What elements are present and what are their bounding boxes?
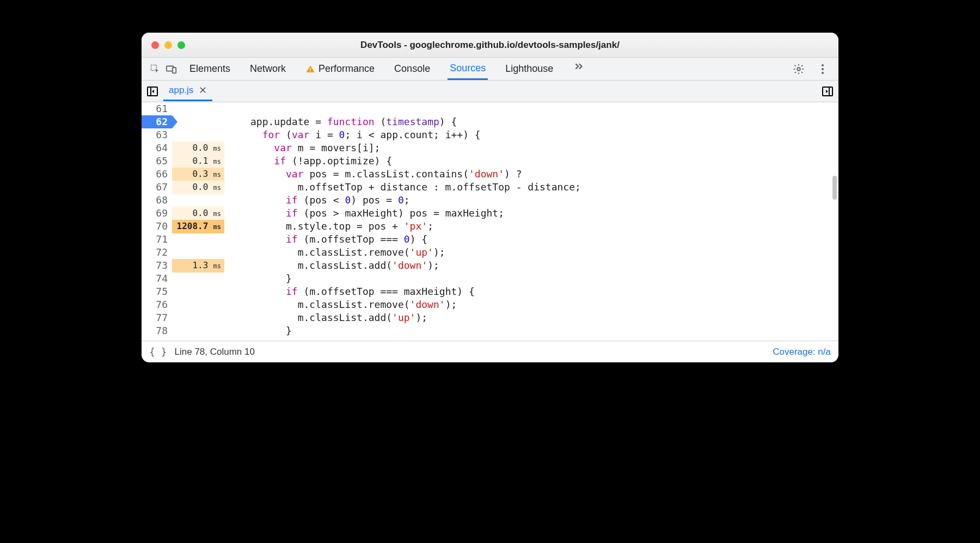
settings-icon[interactable]: [791, 61, 807, 77]
line-timing: 0.0 ms: [172, 181, 224, 194]
gutter-row[interactable]: 61: [142, 102, 229, 115]
code-line[interactable]: m.classList.remove('down');: [250, 298, 838, 311]
show-navigator-icon[interactable]: [147, 87, 158, 96]
close-icon[interactable]: ✕: [199, 84, 207, 96]
code-line[interactable]: m.style.top = pos + 'px';: [250, 220, 838, 233]
line-number[interactable]: 70: [142, 220, 172, 233]
tab-label: Sources: [450, 63, 486, 74]
line-number[interactable]: 65: [142, 155, 172, 168]
window-title: DevTools - googlechrome.github.io/devtoo…: [142, 40, 838, 51]
file-tab-appjs[interactable]: app.js ✕: [163, 81, 212, 101]
tab-performance[interactable]: Performance: [303, 58, 377, 80]
show-debugger-icon[interactable]: [822, 87, 833, 96]
line-number[interactable]: 76: [142, 298, 172, 311]
line-number[interactable]: 62: [142, 115, 172, 128]
gutter-row[interactable]: 670.0 ms: [142, 181, 229, 194]
line-number[interactable]: 75: [142, 285, 172, 298]
coverage-link[interactable]: Coverage: n/a: [773, 347, 831, 357]
tab-label: Network: [250, 63, 286, 75]
line-number[interactable]: 63: [142, 128, 172, 141]
gutter-row[interactable]: 660.3 ms: [142, 168, 229, 181]
line-number[interactable]: 66: [142, 168, 172, 181]
warning-icon: [305, 64, 315, 74]
code-line[interactable]: if (m.offsetTop === 0) {: [250, 233, 838, 246]
gutter-row[interactable]: 701208.7 ms: [142, 220, 229, 233]
code-line[interactable]: }: [250, 324, 838, 337]
close-window-button[interactable]: [151, 41, 159, 49]
line-timing: 1208.7 ms: [172, 220, 224, 233]
svg-point-5: [797, 67, 800, 71]
tab-label: Lighthouse: [505, 63, 553, 75]
line-timing: 0.0 ms: [172, 207, 224, 220]
device-toolbar-icon[interactable]: [163, 61, 180, 77]
titlebar: DevTools - googlechrome.github.io/devtoo…: [142, 33, 838, 58]
line-number[interactable]: 71: [142, 233, 172, 246]
line-number[interactable]: 74: [142, 272, 172, 285]
gutter-row[interactable]: 63: [142, 128, 229, 141]
inspect-element-icon[interactable]: [147, 61, 163, 77]
line-number[interactable]: 78: [142, 324, 172, 337]
svg-rect-2: [173, 67, 176, 73]
line-number[interactable]: 72: [142, 246, 172, 259]
gutter-row[interactable]: 72: [142, 246, 229, 259]
code-line[interactable]: if (m.offsetTop === maxHeight) {: [250, 285, 838, 298]
tab-sources[interactable]: Sources: [448, 58, 488, 80]
tab-label: Elements: [189, 63, 230, 75]
toolbar-right: [791, 61, 831, 77]
code-line[interactable]: if (pos < 0) pos = 0;: [250, 194, 838, 207]
code-line[interactable]: if (!app.optimize) {: [250, 155, 838, 168]
gutter-row[interactable]: 77: [142, 311, 229, 324]
gutter-row[interactable]: 76: [142, 298, 229, 311]
code-line[interactable]: var m = movers[i];: [250, 141, 838, 155]
svg-rect-3: [310, 67, 311, 70]
tab-elements[interactable]: Elements: [187, 58, 232, 80]
code-line[interactable]: for (var i = 0; i < app.count; i++) {: [250, 128, 838, 141]
code-line[interactable]: m.classList.add('up');: [250, 311, 838, 324]
line-number[interactable]: 61: [142, 102, 172, 115]
svg-point-6: [822, 64, 824, 66]
gutter-row[interactable]: 74: [142, 272, 229, 285]
gutter-row[interactable]: 78: [142, 324, 229, 337]
gutter-row[interactable]: 68: [142, 194, 229, 207]
editor-gutter[interactable]: 616263640.0 ms650.1 ms660.3 ms670.0 ms68…: [142, 102, 229, 341]
minimize-window-button[interactable]: [164, 41, 172, 49]
devtools-window: DevTools - googlechrome.github.io/devtoo…: [142, 33, 838, 362]
code-line[interactable]: }: [250, 272, 838, 285]
zoom-window-button[interactable]: [177, 41, 185, 49]
code-line[interactable]: [250, 102, 838, 115]
code-line[interactable]: var pos = m.classList.contains('down') ?: [250, 168, 838, 181]
gutter-row[interactable]: 690.0 ms: [142, 207, 229, 220]
main-toolbar: Elements Network Performance Console Sou…: [142, 58, 838, 81]
scrollbar-thumb[interactable]: [832, 176, 837, 200]
line-number[interactable]: 64: [142, 141, 172, 155]
pretty-print-icon[interactable]: { }: [149, 346, 167, 357]
gutter-row[interactable]: 62: [142, 115, 229, 128]
svg-point-8: [822, 72, 824, 74]
code-line[interactable]: m.classList.remove('up');: [250, 246, 838, 259]
line-timing: 1.3 ms: [172, 259, 224, 273]
more-tabs-icon[interactable]: [571, 58, 587, 75]
code-line[interactable]: if (pos > maxHeight) pos = maxHeight;: [250, 207, 838, 220]
tab-network[interactable]: Network: [248, 58, 288, 80]
code-line[interactable]: m.classList.add('down');: [250, 259, 838, 272]
line-timing: 0.3 ms: [172, 168, 224, 181]
gutter-row[interactable]: 650.1 ms: [142, 155, 229, 168]
code-area[interactable]: app.update = function (timestamp) { for …: [229, 102, 838, 341]
panel-tabs: Elements Network Performance Console Sou…: [187, 58, 791, 80]
code-line[interactable]: app.update = function (timestamp) {: [250, 115, 838, 128]
tab-lighthouse[interactable]: Lighthouse: [503, 58, 555, 80]
line-number[interactable]: 69: [142, 207, 172, 220]
tab-console[interactable]: Console: [392, 58, 432, 80]
code-line[interactable]: m.offsetTop + distance : m.offsetTop - d…: [250, 181, 838, 194]
line-number[interactable]: 67: [142, 181, 172, 194]
gutter-row[interactable]: 75: [142, 285, 229, 298]
line-number[interactable]: 77: [142, 311, 172, 324]
gutter-row[interactable]: 640.0 ms: [142, 141, 229, 155]
kebab-menu-icon[interactable]: [814, 61, 831, 77]
code-editor[interactable]: 616263640.0 ms650.1 ms660.3 ms670.0 ms68…: [142, 102, 838, 341]
line-number[interactable]: 73: [142, 259, 172, 272]
gutter-row[interactable]: 731.3 ms: [142, 259, 229, 272]
line-number[interactable]: 68: [142, 194, 172, 207]
statusbar: { } Line 78, Column 10 Coverage: n/a: [142, 341, 838, 362]
gutter-row[interactable]: 71: [142, 233, 229, 246]
